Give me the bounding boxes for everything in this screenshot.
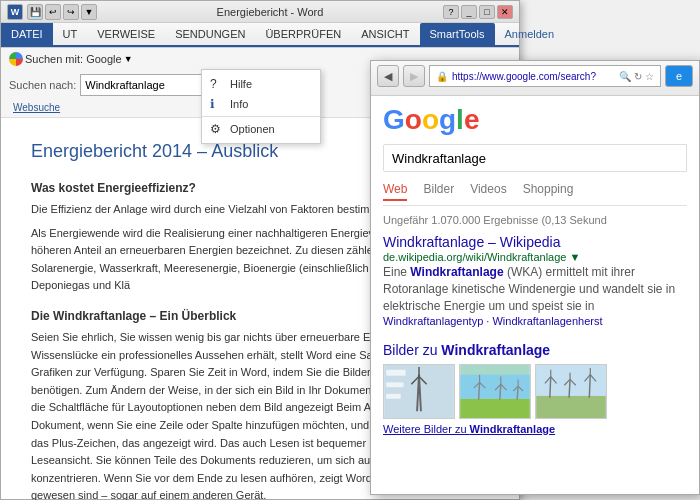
- ribbon: DATEI UT VERWEISE SENDUNGEN ÜBERPRÜFEN A…: [1, 23, 519, 48]
- search-icon: 🔍: [619, 71, 631, 82]
- svg-line-31: [569, 379, 570, 397]
- svg-line-16: [500, 384, 501, 399]
- svg-rect-7: [386, 382, 403, 387]
- ribbon-tab-bar: DATEI UT VERWEISE SENDUNGEN ÜBERPRÜFEN A…: [1, 23, 519, 47]
- more-icon[interactable]: ▼: [81, 4, 97, 20]
- word-icon: W: [7, 4, 23, 20]
- google-window: ◀ ▶ 🔒 https://www.google.com/search? 🔍 ↻…: [370, 60, 700, 495]
- sub-link-1[interactable]: Windkraftanlagentyp: [383, 315, 483, 327]
- google-tab-web[interactable]: Web: [383, 182, 407, 201]
- image-2[interactable]: [459, 364, 531, 419]
- window-title: Energiebericht - Word: [97, 6, 443, 18]
- refresh-icon[interactable]: ↻: [634, 71, 642, 82]
- help-btn[interactable]: ?: [443, 5, 459, 19]
- more-images-link[interactable]: Weitere Bilder zu Windkraftanlage: [383, 423, 687, 435]
- browser-chrome: ◀ ▶ 🔒 https://www.google.com/search? 🔍 ↻…: [371, 61, 699, 96]
- maximize-btn[interactable]: □: [479, 5, 495, 19]
- google-tab-shopping[interactable]: Shopping: [523, 182, 574, 201]
- search-with-text: Suchen mit: Google: [25, 53, 122, 65]
- google-logo-l: l: [456, 104, 464, 135]
- redo-icon[interactable]: ↪: [63, 4, 79, 20]
- menu-item-hilfe[interactable]: ? Hilfe: [202, 74, 320, 94]
- result-count: Ungefähr 1.070.000 Ergebnisse (0,13 Seku…: [383, 214, 687, 226]
- svg-line-35: [589, 374, 590, 397]
- google-tab-bilder[interactable]: Bilder: [423, 182, 454, 201]
- result-title-1[interactable]: Windkraftanlage – Wikipedia: [383, 234, 687, 250]
- google-logo: Google: [383, 104, 687, 136]
- images-section: Bilder zu Windkraftanlage: [383, 342, 687, 435]
- undo-icon[interactable]: ↩: [45, 4, 61, 20]
- svg-line-12: [479, 382, 480, 399]
- google-icon: [9, 52, 23, 66]
- tab-sendungen[interactable]: SENDUNGEN: [165, 23, 255, 45]
- google-search-bar: [383, 144, 687, 172]
- menu-divider: [202, 116, 320, 117]
- images-row: [383, 364, 687, 419]
- star-icon[interactable]: ☆: [645, 71, 654, 82]
- url-text: https://www.google.com/search?: [452, 71, 615, 82]
- images-title-highlight: Windkraftanlage: [441, 342, 550, 358]
- help-menu-icon: ?: [210, 77, 217, 91]
- address-bar[interactable]: 🔒 https://www.google.com/search? 🔍 ↻ ☆: [429, 65, 661, 87]
- result-title-text-1: Windkraftanlage – Wikipedia: [383, 234, 560, 250]
- search-result-1: Windkraftanlage – Wikipedia de.wikipedia…: [383, 234, 687, 330]
- back-button[interactable]: ◀: [377, 65, 399, 87]
- ie-icon: e: [665, 65, 693, 87]
- dropdown-arrow-icon[interactable]: ▼: [124, 54, 133, 64]
- tab-anmelden[interactable]: Anmelden: [495, 23, 565, 45]
- search-with-label: Suchen mit: Google ▼: [9, 52, 133, 66]
- quick-access-icons: 💾 ↩ ↪ ▼: [27, 4, 97, 20]
- result-snippet-1: Eine Windkraftanlage (WKA) ermittelt mit…: [383, 264, 687, 314]
- snippet-highlight-1: Windkraftanlage: [410, 265, 503, 279]
- svg-rect-25: [536, 396, 605, 418]
- save-icon[interactable]: 💾: [27, 4, 43, 20]
- tab-datei[interactable]: DATEI: [1, 23, 53, 45]
- svg-line-20: [517, 386, 518, 399]
- tab-ueberpruefen[interactable]: ÜBERPRÜFEN: [255, 23, 351, 45]
- more-images-highlight: Windkraftanlage: [470, 423, 555, 435]
- menu-item-optionen[interactable]: ⚙ Optionen: [202, 119, 320, 139]
- sub-link-2[interactable]: Windkraftanlagenherst: [492, 315, 602, 327]
- svg-line-27: [550, 376, 551, 397]
- image-1[interactable]: [383, 364, 455, 419]
- search-label: Suchen nach:: [9, 79, 76, 91]
- window-controls: ? _ □ ✕: [443, 5, 513, 19]
- title-bar-left: W 💾 ↩ ↪ ▼: [7, 4, 97, 20]
- tab-ansicht[interactable]: ANSICHT: [351, 23, 419, 45]
- menu-info-label: Info: [230, 98, 248, 110]
- web-search-link[interactable]: Websuche: [13, 102, 60, 113]
- result-sub-links: Windkraftanlagentyp · Windkraftanlagenhe…: [383, 314, 687, 329]
- google-tab-videos[interactable]: Videos: [470, 182, 506, 201]
- google-logo-o2: o: [422, 104, 439, 135]
- info-menu-icon: ℹ: [210, 97, 215, 111]
- svg-rect-10: [460, 399, 529, 418]
- menu-optionen-label: Optionen: [230, 123, 275, 135]
- tab-verweise[interactable]: VERWEISE: [87, 23, 165, 45]
- google-logo-e: e: [464, 104, 480, 135]
- menu-hilfe-label: Hilfe: [230, 78, 252, 90]
- svg-rect-6: [386, 370, 405, 376]
- address-icons: 🔍 ↻ ☆: [619, 71, 654, 82]
- search-input-wrap: [80, 74, 210, 96]
- tab-ut[interactable]: UT: [53, 23, 88, 45]
- forward-button[interactable]: ▶: [403, 65, 425, 87]
- close-btn[interactable]: ✕: [497, 5, 513, 19]
- options-menu-icon: ⚙: [210, 122, 221, 136]
- search-input[interactable]: [80, 74, 210, 96]
- google-logo-o1: o: [405, 104, 422, 135]
- google-content: Google Web Bilder Videos Shopping Ungefä…: [371, 96, 699, 476]
- title-bar: W 💾 ↩ ↪ ▼ Energiebericht - Word ? _ □ ✕: [1, 1, 519, 23]
- browser-nav: ◀ ▶ 🔒 https://www.google.com/search? 🔍 ↻…: [377, 65, 693, 87]
- google-search-input[interactable]: [383, 144, 687, 172]
- google-logo-g1: G: [383, 104, 405, 135]
- svg-rect-8: [386, 394, 400, 399]
- dropdown-menu: ? Hilfe ℹ Info ⚙ Optionen: [201, 69, 321, 144]
- minimize-btn[interactable]: _: [461, 5, 477, 19]
- images-section-title[interactable]: Bilder zu Windkraftanlage: [383, 342, 687, 358]
- google-nav-tabs: Web Bilder Videos Shopping: [383, 182, 687, 206]
- google-logo-g2: g: [439, 104, 456, 135]
- menu-item-info[interactable]: ℹ Info: [202, 94, 320, 114]
- tab-smart-tools[interactable]: SmartTools: [420, 23, 495, 45]
- result-url-1: de.wikipedia.org/wiki/Windkraftanlage ▼: [383, 251, 687, 263]
- image-3[interactable]: [535, 364, 607, 419]
